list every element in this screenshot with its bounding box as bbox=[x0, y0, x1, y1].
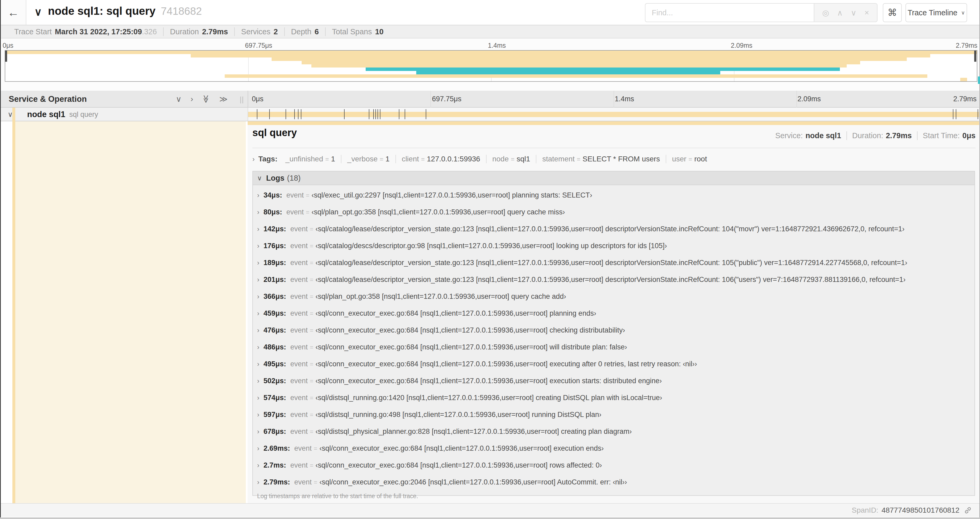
minimap-right-scrubber-handle[interactable] bbox=[974, 51, 976, 62]
log-row[interactable]: ›2.7ms:event=‹sql/conn_executor_exec.go:… bbox=[257, 457, 974, 474]
minimap-span-bar bbox=[225, 74, 927, 78]
tag-key: user bbox=[672, 155, 686, 163]
log-field-value: ‹sql/conn_executor_exec.go:684 [nsql1,cl… bbox=[315, 461, 602, 469]
prev-match-icon[interactable]: ∧ bbox=[837, 8, 843, 18]
tag-item: statement=SELECT * FROM users bbox=[536, 155, 666, 163]
log-row[interactable]: ›476μs:event=‹sql/conn_executor_exec.go:… bbox=[257, 322, 974, 339]
log-row[interactable]: ›142μs:event=‹sql/catalog/lease/descript… bbox=[257, 220, 974, 237]
next-match-icon[interactable]: ∨ bbox=[851, 8, 856, 18]
log-row[interactable]: ›34μs:event=‹sql/exec_util.go:2297 [nsql… bbox=[257, 187, 974, 204]
log-timestamp: 495μs: bbox=[263, 360, 286, 368]
log-row[interactable]: ›486μs:event=‹sql/conn_executor_exec.go:… bbox=[257, 339, 974, 356]
log-row[interactable]: ›495μs:event=‹sql/conn_executor_exec.go:… bbox=[257, 356, 974, 372]
back-button[interactable]: ← bbox=[1, 0, 26, 25]
locate-icon[interactable]: ◎ bbox=[822, 8, 829, 18]
minimap-left-scrubber-handle[interactable] bbox=[5, 51, 7, 62]
span-row-timeline-cell[interactable] bbox=[248, 108, 979, 121]
command-icon: ⌘ bbox=[888, 7, 897, 18]
log-expander-icon[interactable]: › bbox=[257, 192, 259, 199]
span-collapse-chevron-icon[interactable]: ∨ bbox=[8, 110, 13, 119]
find-input[interactable] bbox=[645, 3, 814, 22]
tag-value: 1 bbox=[385, 155, 390, 163]
tags-expander-icon[interactable]: › bbox=[252, 155, 255, 163]
summary-value: 10 bbox=[375, 27, 383, 36]
keyboard-shortcuts-button[interactable]: ⌘ bbox=[883, 3, 902, 22]
summary-value: March 31 2022, 17:25:09 bbox=[55, 27, 142, 36]
window-bottom-border bbox=[0, 517, 980, 519]
log-expander-icon[interactable]: › bbox=[257, 293, 259, 300]
span-detail-footer: SpanID: 4877749850101760812 bbox=[1, 503, 980, 517]
collapse-one-icon[interactable]: ∨ bbox=[176, 94, 181, 104]
trace-title[interactable]: node sql1: sql query7418682 bbox=[48, 5, 202, 18]
logs-collapse-chevron-icon[interactable]: ∨ bbox=[257, 174, 262, 182]
span-meta-value: 0μs bbox=[963, 131, 975, 140]
log-expander-icon[interactable]: › bbox=[257, 276, 259, 283]
log-marker-tick bbox=[294, 109, 295, 119]
minimap-time-axis: 0μs697.75μs1.4ms2.09ms2.79ms bbox=[5, 42, 976, 50]
minimap-span-bar bbox=[191, 54, 930, 57]
expand-one-icon[interactable]: › bbox=[191, 94, 193, 104]
log-row[interactable]: ›2.69ms:event=‹sql/conn_executor_exec.go… bbox=[257, 440, 974, 457]
log-timestamp: 176μs: bbox=[263, 242, 286, 250]
log-expander-icon[interactable]: › bbox=[257, 343, 259, 351]
logs-count: (18) bbox=[287, 174, 301, 182]
timeline-axis-tick: 2.79ms bbox=[953, 95, 977, 103]
link-icon[interactable] bbox=[964, 506, 972, 514]
log-row[interactable]: ›597μs:event=‹sql/distsql_running.go:498… bbox=[257, 406, 974, 423]
trace-title-chevron-icon[interactable]: ∨ bbox=[34, 6, 42, 18]
span-detail-panel: sql query Service:node sql1 Duration:2.7… bbox=[248, 125, 979, 503]
log-expander-icon[interactable]: › bbox=[257, 411, 259, 418]
collapse-all-icon[interactable]: ≫ bbox=[202, 95, 211, 103]
log-marker-tick bbox=[298, 109, 299, 119]
log-timestamp: 476μs: bbox=[263, 326, 286, 334]
minimap-span-bar bbox=[960, 78, 967, 81]
log-expander-icon[interactable]: › bbox=[257, 326, 259, 334]
log-expander-icon[interactable]: › bbox=[257, 208, 259, 216]
log-field-value: ‹sql/plan_opt.go:358 [nsql1,client=127.0… bbox=[315, 292, 566, 300]
find-group: ◎ ∧ ∨ × bbox=[645, 3, 878, 22]
log-expander-icon[interactable]: › bbox=[257, 377, 259, 385]
window-left-border bbox=[0, 0, 1, 519]
minimap-axis-tick: 2.09ms bbox=[731, 42, 752, 50]
log-row[interactable]: ›502μs:event=‹sql/conn_executor_exec.go:… bbox=[257, 372, 974, 389]
log-row[interactable]: ›176μs:event=‹sql/catalog/descs/descript… bbox=[257, 237, 974, 254]
log-expander-icon[interactable]: › bbox=[257, 478, 259, 486]
tags-row[interactable]: › Tags: _unfinished=1 _verbose=1 client=… bbox=[252, 152, 713, 166]
log-row[interactable]: ›459μs:event=‹sql/conn_executor_exec.go:… bbox=[257, 305, 974, 322]
scroll-indicator[interactable] bbox=[978, 77, 980, 84]
log-marker-tick bbox=[426, 109, 426, 119]
summary-item: Depth6 bbox=[284, 27, 325, 36]
log-expander-icon[interactable]: › bbox=[257, 360, 259, 367]
summary-label: Depth bbox=[291, 27, 312, 36]
column-resizer-handle[interactable] bbox=[240, 96, 244, 103]
span-row-service-cell[interactable]: ∨ node sql1 sql query bbox=[1, 108, 248, 121]
log-row[interactable]: ›80μs:event=‹sql/plan_opt.go:358 [nsql1,… bbox=[257, 204, 974, 220]
log-expander-icon[interactable]: › bbox=[257, 394, 259, 401]
log-expander-icon[interactable]: › bbox=[257, 310, 259, 317]
log-row[interactable]: ›201μs:event=‹sql/catalog/lease/descript… bbox=[257, 271, 974, 288]
trace-view-selector[interactable]: Trace Timeline ∨ bbox=[905, 3, 967, 22]
log-expander-icon[interactable]: › bbox=[257, 462, 259, 469]
row-expand-collapse-controls: ∨ › ≫ ≫ bbox=[176, 94, 228, 104]
log-row[interactable]: ›189μs:event=‹sql/catalog/lease/descript… bbox=[257, 254, 974, 271]
expand-all-icon[interactable]: ≫ bbox=[220, 94, 228, 104]
summary-value: 2 bbox=[274, 27, 278, 36]
log-field-key: event bbox=[286, 208, 304, 216]
log-row[interactable]: ›678μs:event=‹sql/distsql_physical_plann… bbox=[257, 423, 974, 440]
log-row[interactable]: ›2.79ms:event=‹sql/conn_executor_exec.go… bbox=[257, 474, 974, 490]
log-expander-icon[interactable]: › bbox=[257, 259, 259, 267]
clear-find-icon[interactable]: × bbox=[864, 8, 869, 17]
log-row[interactable]: ›366μs:event=‹sql/plan_opt.go:358 [nsql1… bbox=[257, 288, 974, 305]
log-expander-icon[interactable]: › bbox=[257, 225, 259, 233]
log-field-value: ‹sql/catalog/lease/descriptor_version_st… bbox=[315, 225, 904, 233]
log-field-key: event bbox=[290, 309, 308, 317]
logs-header[interactable]: ∨ Logs (18) bbox=[253, 171, 974, 185]
log-row[interactable]: ›574μs:event=‹sql/distsql_running.go:142… bbox=[257, 389, 974, 406]
log-expander-icon[interactable]: › bbox=[257, 242, 259, 249]
log-timestamp: 189μs: bbox=[263, 259, 286, 267]
log-expander-icon[interactable]: › bbox=[257, 428, 259, 435]
minimap-canvas[interactable] bbox=[5, 50, 977, 82]
log-expander-icon[interactable]: › bbox=[257, 445, 259, 452]
log-field-key: event bbox=[290, 292, 308, 300]
tag-equals: = bbox=[577, 156, 581, 163]
